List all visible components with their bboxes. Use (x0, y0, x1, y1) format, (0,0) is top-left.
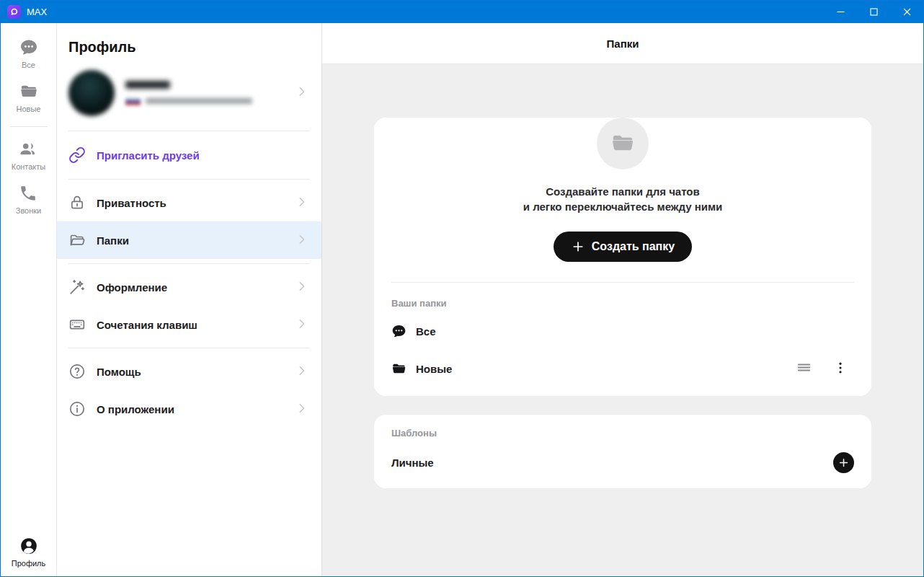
rail-item-contacts[interactable]: Контакты (12, 140, 46, 171)
folders-header-title: Папки (607, 38, 639, 50)
folder-open-icon (68, 232, 86, 249)
app-window: MAX Все Новые Контакты Звон (0, 0, 924, 577)
template-name: Личные (391, 457, 434, 469)
rail-label: Новые (17, 105, 41, 113)
blurred-phone (125, 97, 294, 106)
folder-name: Новые (416, 363, 452, 375)
folders-header: Папки (322, 23, 923, 64)
help-icon (68, 363, 86, 380)
template-row-personal[interactable]: Личные (374, 442, 871, 483)
divider (68, 131, 310, 131)
folder-row-all[interactable]: Все (374, 312, 871, 350)
rail-divider (10, 126, 48, 127)
menu-item-privacy[interactable]: Приватность (57, 184, 321, 221)
rail-label: Профиль (12, 559, 46, 568)
folders-panel: Папки Создавайте папки для чатов и легко… (322, 23, 923, 576)
rail-label: Контакты (12, 162, 46, 171)
max-logo-icon (7, 5, 21, 19)
menu-item-folders[interactable]: Папки (57, 221, 321, 259)
rail-item-all-chats[interactable]: Все (19, 38, 38, 69)
your-folders-label: Ваши папки (374, 283, 871, 312)
folder-illustration (597, 118, 649, 169)
more-options-icon[interactable] (832, 360, 848, 378)
empty-state-text: Создавайте папки для чатов и легко перек… (374, 184, 871, 214)
magic-wand-icon (68, 278, 86, 296)
chevron-right-icon (294, 232, 310, 250)
add-template-button[interactable] (833, 452, 854, 473)
divider (68, 263, 310, 264)
divider (68, 348, 310, 348)
rail-label: Все (22, 61, 35, 69)
invite-friends-label: Пригласить друзей (97, 149, 200, 162)
settings-panel: Профиль Пригласить друзей (57, 23, 322, 576)
folder-name: Все (416, 325, 436, 338)
empty-state-line1: Создавайте папки для чатов (374, 184, 871, 199)
window-title: MAX (27, 6, 47, 17)
chat-bubble-icon (19, 38, 38, 57)
menu-label: Сочетания клавиш (97, 319, 197, 331)
chevron-right-icon (294, 400, 310, 418)
divider (68, 179, 310, 180)
empty-state-line2: и легко переключайтесь между ними (374, 199, 871, 214)
flag-icon (125, 97, 141, 106)
lock-icon (68, 194, 86, 211)
contacts-icon (19, 140, 37, 159)
profile-icon (19, 537, 38, 555)
chevron-right-icon (294, 84, 310, 102)
menu-item-appearance[interactable]: Оформление (57, 268, 321, 306)
blurred-username (125, 81, 170, 89)
left-rail: Все Новые Контакты Звонки Профиль (1, 23, 57, 576)
menu-label: Папки (97, 234, 129, 247)
plus-icon (571, 239, 585, 254)
maximize-button[interactable] (857, 1, 890, 23)
create-folder-button[interactable]: Создать папку (554, 232, 692, 262)
minimize-button[interactable] (824, 1, 857, 23)
folder-row-actions (796, 359, 854, 378)
chevron-right-icon (294, 363, 310, 381)
folder-row-new[interactable]: Новые (374, 350, 871, 387)
info-icon (68, 400, 86, 418)
plus-icon (838, 457, 850, 469)
link-icon (68, 146, 86, 164)
rail-item-profile[interactable]: Профиль (12, 537, 46, 568)
avatar (68, 70, 115, 116)
blurred-phone-number (146, 98, 252, 104)
rail-item-calls[interactable]: Звонки (16, 184, 42, 215)
templates-card: Шаблоны Личные (374, 415, 871, 488)
titlebar: MAX (1, 1, 923, 23)
phone-icon (19, 184, 37, 203)
folder-icon (610, 131, 635, 156)
folder-icon (391, 361, 407, 376)
profile-card[interactable] (57, 64, 321, 126)
chat-bubble-icon (391, 324, 407, 339)
templates-label: Шаблоны (374, 415, 871, 442)
create-folder-label: Создать папку (592, 240, 675, 253)
folders-card: Создавайте папки для чатов и легко перек… (374, 118, 871, 396)
page-title: Профиль (57, 23, 321, 64)
menu-label: Помощь (97, 366, 141, 378)
menu-item-help[interactable]: Помощь (57, 353, 321, 390)
rail-label: Звонки (16, 206, 42, 215)
app-body: Все Новые Контакты Звонки Профиль (1, 23, 923, 576)
chevron-right-icon (294, 316, 310, 334)
profile-meta (125, 81, 294, 106)
menu-label: О приложении (97, 403, 174, 415)
rail-item-new-folder[interactable]: Новые (17, 82, 41, 113)
window-controls (824, 1, 923, 23)
drag-handle-icon[interactable] (796, 359, 812, 378)
close-button[interactable] (890, 1, 923, 23)
menu-label: Оформление (97, 281, 167, 294)
menu-label: Приватность (97, 197, 166, 209)
menu-item-about[interactable]: О приложении (57, 390, 321, 428)
folder-icon (19, 82, 38, 101)
chevron-right-icon (294, 194, 310, 212)
menu-item-shortcuts[interactable]: Сочетания клавиш (57, 306, 321, 343)
folders-content: Создавайте папки для чатов и легко перек… (322, 64, 923, 576)
invite-friends-button[interactable]: Пригласить друзей (57, 136, 321, 175)
chevron-right-icon (294, 278, 310, 296)
keyboard-icon (68, 316, 86, 333)
